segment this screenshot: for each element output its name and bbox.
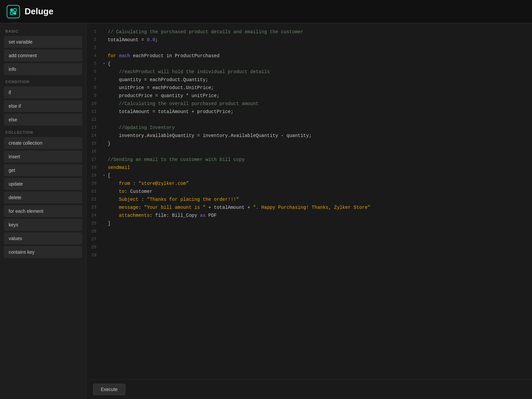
code-line: 26 (86, 227, 532, 235)
line-number: 28 (86, 243, 103, 251)
sidebar-item-for-each-element[interactable]: for each element (4, 205, 82, 217)
sidebar-item-info[interactable]: info (4, 63, 82, 75)
code-line: 27 (86, 235, 532, 243)
line-number: 13 (86, 124, 103, 132)
line-number: 14 (86, 132, 103, 140)
code-line: 20 from : "store@zylker.com" (86, 180, 532, 188)
sidebar-section-label: BASIC (4, 29, 82, 33)
code-line: 17//Sending an email to the customer wit… (86, 156, 532, 164)
line-number: 27 (86, 235, 103, 243)
sidebar-item-else-if[interactable]: else if (4, 100, 82, 112)
code-line: 25] (86, 219, 532, 227)
sidebar-item-delete[interactable]: delete (4, 192, 82, 203)
code-line: 18sendmail (86, 164, 532, 172)
code-line: 21 to: Customer (86, 188, 532, 196)
code-line: 9 productPrice = quantity * unitPrice; (86, 92, 532, 100)
line-number: 10 (86, 100, 103, 108)
line-content: { (108, 60, 532, 68)
code-scroll: 1// Calculating the purchased product de… (86, 23, 532, 379)
line-number: 19 (86, 172, 103, 180)
line-number: 11 (86, 108, 103, 116)
line-number: 22 (86, 196, 103, 203)
line-number: 16 (86, 148, 103, 156)
sidebar-item-get[interactable]: get (4, 164, 82, 176)
line-content: sendmail (108, 164, 532, 172)
code-line: 28 (86, 243, 532, 251)
sidebar-item-values[interactable]: values (4, 232, 82, 244)
code-line: 1// Calculating the purchased product de… (86, 28, 532, 36)
line-content: [ (108, 172, 532, 180)
line-number: 23 (86, 203, 103, 211)
code-line: 19▾[ (86, 172, 532, 180)
sidebar-section-label: CONDITION (4, 80, 82, 84)
main-layout: BASICset variableadd commentinfoCONDITIO… (0, 23, 532, 399)
svg-rect-2 (10, 12, 13, 15)
line-number: 3 (86, 44, 103, 52)
code-area: 1// Calculating the purchased product de… (86, 23, 532, 399)
sidebar-item-create-collection[interactable]: create collection (4, 137, 82, 149)
svg-rect-3 (14, 12, 16, 15)
line-number: 26 (86, 227, 103, 235)
line-number: 21 (86, 188, 103, 196)
header: Deluge (0, 0, 532, 23)
app-logo-icon (7, 5, 20, 18)
sidebar-item-add-comment[interactable]: add comment (4, 50, 82, 62)
sidebar-item-else[interactable]: else (4, 114, 82, 126)
line-number: 8 (86, 84, 103, 92)
code-line: 24 attachments: file: Bill_Copy as PDF (86, 211, 532, 219)
line-number: 9 (86, 92, 103, 100)
code-line: 13 //Updating Inventory (86, 124, 532, 132)
code-line: 11 totalAmount = totalAmount + productPr… (86, 108, 532, 116)
code-line: 16 (86, 148, 532, 156)
code-line: 6 //eachProduct will hold the individual… (86, 68, 532, 76)
code-line: 2totalAmount = 0.0; (86, 36, 532, 44)
line-content: //eachProduct will hold the individual p… (108, 68, 532, 76)
sidebar-section-label: COLLECTION (4, 130, 82, 134)
line-number: 12 (86, 116, 103, 124)
line-content: } (108, 140, 532, 148)
code-line: 3 (86, 44, 532, 52)
line-number: 20 (86, 180, 103, 188)
svg-rect-0 (10, 9, 13, 11)
execute-bar: Execute (86, 379, 532, 399)
line-number: 5 (86, 60, 103, 68)
line-number: 1 (86, 28, 103, 36)
line-number: 2 (86, 36, 103, 44)
sidebar-item-set-variable[interactable]: set variable (4, 36, 82, 48)
code-line: 15} (86, 140, 532, 148)
line-content: totalAmount = 0.0; (108, 36, 532, 44)
sidebar-item-update[interactable]: update (4, 178, 82, 190)
line-content: ] (108, 219, 532, 227)
line-number: 24 (86, 211, 103, 219)
line-number: 18 (86, 164, 103, 172)
line-arrow: ▾ (103, 60, 108, 68)
line-content: //Updating Inventory (108, 124, 532, 132)
sidebar-item-keys[interactable]: keys (4, 219, 82, 231)
line-content: //Sending an email to the customer with … (108, 156, 532, 164)
svg-rect-1 (14, 9, 16, 11)
line-content: to: Customer (108, 188, 532, 196)
app-title: Deluge (25, 6, 54, 17)
line-number: 7 (86, 76, 103, 84)
line-number: 6 (86, 68, 103, 76)
line-number: 17 (86, 156, 103, 164)
execute-button[interactable]: Execute (93, 384, 125, 395)
line-content: productPrice = quantity * unitPrice; (108, 92, 532, 100)
sidebar: BASICset variableadd commentinfoCONDITIO… (0, 23, 86, 399)
line-number: 4 (86, 52, 103, 60)
line-number: 25 (86, 219, 103, 227)
line-content: for each eachProduct in ProductPurchased (108, 52, 532, 60)
line-number: 29 (86, 251, 103, 259)
sidebar-item-insert[interactable]: insert (4, 151, 82, 163)
code-line: 29 (86, 251, 532, 259)
sidebar-item-contains-key[interactable]: contains key (4, 246, 82, 258)
line-content: from : "store@zylker.com" (108, 180, 532, 188)
code-line: 14 inventory.AvailableQuantity = invento… (86, 132, 532, 140)
line-content: // Calculating the purchased product det… (108, 28, 532, 36)
sidebar-item-if[interactable]: if (4, 86, 82, 98)
code-line: 4for each eachProduct in ProductPurchase… (86, 52, 532, 60)
code-line: 12 (86, 116, 532, 124)
line-number: 15 (86, 140, 103, 148)
code-line: 7 quantity = eachProduct.Quantity; (86, 76, 532, 84)
code-line: 22 Subject : "Thanks for placing the ord… (86, 196, 532, 203)
